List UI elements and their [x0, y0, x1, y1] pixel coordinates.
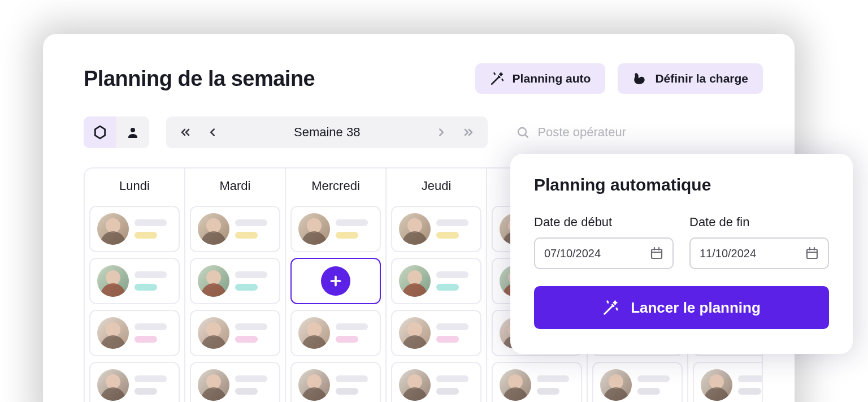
assignment-card[interactable]	[391, 310, 481, 356]
assignment-card[interactable]	[89, 310, 180, 356]
popover-title: Planning automatique	[534, 175, 829, 194]
avatar	[198, 317, 229, 349]
add-assignment-button[interactable]	[290, 258, 381, 304]
avatar	[97, 265, 129, 297]
search-icon	[516, 126, 530, 139]
arm-flex-icon	[632, 71, 647, 86]
launch-planning-button[interactable]: Lancer le planning	[534, 286, 829, 329]
chevrons-right-icon	[462, 126, 475, 139]
card-lines	[235, 323, 272, 343]
person-icon	[126, 126, 140, 139]
card-lines	[738, 375, 763, 395]
start-date-field: Date de début 07/10/2024	[534, 215, 674, 269]
view-toggle-person[interactable]	[116, 116, 149, 148]
avatar	[500, 369, 531, 401]
date-row: Date de début 07/10/2024 Date de fin 11/…	[534, 215, 829, 269]
assignment-card[interactable]	[693, 362, 763, 402]
assignment-card[interactable]	[290, 206, 381, 252]
card-lines	[336, 323, 373, 343]
end-date-value: 11/10/2024	[700, 247, 756, 260]
plus-icon	[321, 266, 350, 296]
next-button[interactable]	[428, 119, 455, 146]
wand-icon	[490, 71, 505, 86]
assignment-card[interactable]	[391, 362, 481, 402]
end-date-input[interactable]: 11/10/2024	[689, 237, 829, 269]
planning-auto-button[interactable]: Planning auto	[475, 63, 606, 94]
assignment-card[interactable]	[190, 258, 280, 304]
avatar	[399, 369, 431, 401]
assignment-card[interactable]	[89, 362, 180, 402]
calendar-icon	[805, 247, 819, 260]
next-fast-button[interactable]	[455, 119, 482, 146]
card-lines	[436, 271, 474, 291]
card-lines	[436, 219, 474, 239]
svg-line-2	[526, 135, 528, 138]
header-actions: Planning auto Définir la charge	[475, 63, 763, 94]
header-row: Planning de la semaine Planning auto Déf…	[84, 63, 763, 94]
day-column	[387, 202, 487, 402]
chevrons-left-icon	[179, 126, 192, 139]
assignment-card[interactable]	[190, 310, 280, 356]
assignment-card[interactable]	[190, 362, 280, 402]
assignment-card[interactable]	[391, 258, 481, 304]
svg-rect-5	[652, 249, 662, 258]
avatar	[198, 369, 229, 401]
card-lines	[436, 375, 474, 395]
day-column	[185, 202, 286, 402]
planning-auto-popover: Planning automatique Date de début 07/10…	[510, 154, 853, 354]
assignment-card[interactable]	[290, 310, 381, 356]
card-lines	[134, 219, 172, 239]
start-date-label: Date de début	[534, 215, 674, 230]
avatar	[298, 213, 330, 245]
avatar	[198, 213, 229, 245]
avatar	[298, 369, 330, 401]
avatar	[97, 369, 129, 401]
prev-button[interactable]	[199, 119, 226, 146]
day-column	[85, 202, 185, 402]
avatar	[198, 265, 229, 297]
view-toggle-resource[interactable]	[84, 116, 116, 148]
day-header: Mardi	[185, 168, 285, 202]
avatar	[97, 213, 129, 245]
avatar	[600, 369, 632, 401]
svg-rect-9	[807, 249, 817, 258]
assignment-card[interactable]	[89, 258, 180, 304]
card-lines	[235, 375, 272, 395]
assignment-card[interactable]	[592, 362, 683, 402]
avatar	[701, 369, 732, 401]
card-lines	[134, 375, 172, 395]
day-header: Mercredi	[286, 168, 385, 202]
chevron-left-icon	[206, 126, 219, 139]
assignment-card[interactable]	[190, 206, 280, 252]
card-lines	[134, 323, 172, 343]
card-lines	[336, 219, 373, 239]
card-lines	[537, 375, 574, 395]
start-date-input[interactable]: 07/10/2024	[534, 237, 674, 269]
card-lines	[637, 375, 675, 395]
view-toggle	[84, 116, 149, 148]
card-lines	[235, 219, 272, 239]
card-lines	[134, 271, 172, 291]
search-wrap	[505, 116, 673, 148]
assignment-card[interactable]	[391, 206, 481, 252]
assignment-card[interactable]	[492, 362, 582, 402]
chevron-right-icon	[435, 126, 448, 139]
day-header: Jeudi	[387, 168, 486, 202]
avatar	[97, 317, 129, 349]
define-charge-button[interactable]: Définir la charge	[618, 63, 763, 94]
avatar	[298, 317, 330, 349]
end-date-field: Date de fin 11/10/2024	[689, 215, 829, 269]
calendar-icon	[650, 247, 663, 260]
svg-point-0	[131, 128, 135, 132]
avatar	[399, 213, 431, 245]
card-lines	[336, 375, 373, 395]
avatar	[399, 317, 431, 349]
planning-auto-label: Planning auto	[513, 72, 591, 85]
prev-fast-button[interactable]	[172, 119, 199, 146]
search-input[interactable]	[537, 125, 662, 140]
assignment-card[interactable]	[89, 206, 180, 252]
week-label: Semaine 38	[226, 125, 428, 140]
assignment-card[interactable]	[290, 362, 381, 402]
launch-planning-label: Lancer le planning	[631, 299, 761, 317]
page-title: Planning de la semaine	[84, 67, 315, 91]
